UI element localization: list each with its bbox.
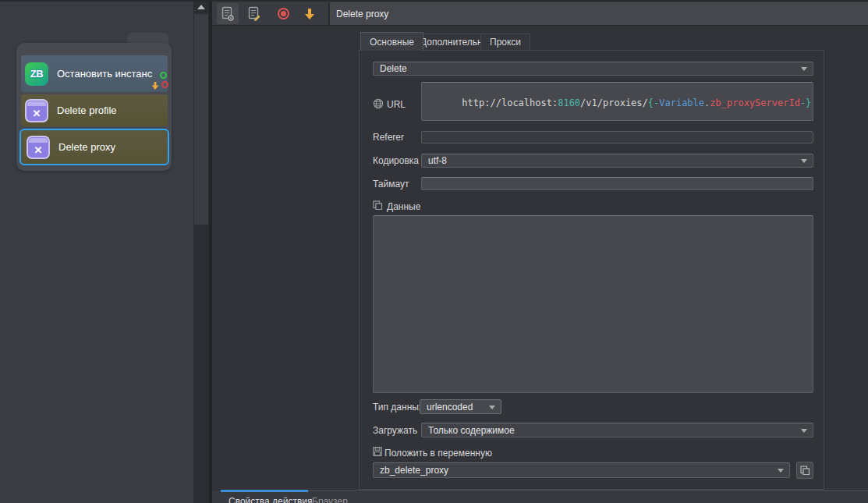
copy-variable-button[interactable] <box>796 462 813 479</box>
block-label: Delete profile <box>57 104 117 116</box>
url-input[interactable]: http://localhost:8160/v1/proxies/{-Varia… <box>421 82 813 121</box>
data-type-label: Тип данных <box>373 402 423 413</box>
referer-input[interactable] <box>421 131 813 143</box>
action-block-delete-proxy[interactable]: ✕ Delete proxy <box>19 129 169 165</box>
scroll-up-button[interactable] <box>193 2 209 12</box>
record-icon <box>278 8 289 19</box>
action-properties-button[interactable] <box>217 3 239 24</box>
document-gear-icon <box>221 6 235 22</box>
bottom-separator <box>308 490 868 491</box>
tab-proksi[interactable]: Прокси <box>480 34 530 50</box>
data-type-dropdown[interactable]: urlencoded <box>420 399 501 414</box>
encoding-dropdown[interactable]: utf-8 <box>421 154 813 168</box>
globe-icon <box>373 98 384 109</box>
action-block-stop-instance[interactable]: ZB Остановить инстанс <box>21 55 168 92</box>
run-step-button[interactable] <box>299 3 321 24</box>
canvas-scrollbar[interactable] <box>193 2 209 503</box>
timeout-input[interactable]: 30 <box>421 177 813 190</box>
block-label: Delete proxy <box>58 141 115 153</box>
load-mode-dropdown[interactable]: Только содержимое <box>421 423 813 437</box>
action-canvas[interactable]: ZB Остановить инстанс ✕ Delete profile ✕… <box>0 2 209 503</box>
action-title-input[interactable]: Delete proxy <box>328 2 868 25</box>
encoding-label: Кодировка <box>373 155 419 166</box>
load-mode-label: Загружать <box>373 425 417 436</box>
http-method-dropdown[interactable]: Delete <box>373 62 813 76</box>
bottom-tab-action-properties[interactable]: Свойства действия <box>229 496 312 503</box>
record-button[interactable] <box>272 3 294 24</box>
bottom-tab-browser[interactable]: Браузер <box>312 496 348 503</box>
active-tab-underline <box>221 490 308 492</box>
app-window: ZB Остановить инстанс ✕ Delete profile ✕… <box>0 0 868 503</box>
zb-logo-icon: ZB <box>25 62 48 86</box>
next-arrow-icon[interactable] <box>151 80 160 94</box>
edit-action-button[interactable] <box>243 3 265 24</box>
put-variable-label: Положить в переменную <box>384 448 492 459</box>
timeout-label: Таймаут <box>373 179 409 190</box>
save-floppy-icon <box>373 447 382 456</box>
window-x-icon: ✕ <box>27 136 50 159</box>
document-pencil-icon <box>247 6 261 22</box>
tab-osnovnye[interactable]: Основные <box>360 32 423 51</box>
variable-dropdown[interactable]: zb_delete_proxy <box>373 462 790 478</box>
down-arrow-icon <box>303 8 316 20</box>
referer-label: Referer <box>373 132 404 143</box>
fail-port-icon[interactable] <box>161 81 168 88</box>
properties-panel: Delete proxy Основные Дополнительно Прок… <box>212 2 868 503</box>
window-x-icon: ✕ <box>25 99 48 122</box>
action-block-delete-profile[interactable]: ✕ Delete profile <box>21 94 168 126</box>
scrollbar-thumb[interactable] <box>194 14 208 225</box>
url-label: URL <box>387 99 406 110</box>
block-label: Остановить инстанс <box>57 68 152 80</box>
copy-pages-icon <box>800 466 810 476</box>
action-group[interactable]: ZB Остановить инстанс ✕ Delete profile ✕… <box>16 43 172 171</box>
data-pages-icon <box>373 200 383 211</box>
data-textarea[interactable] <box>373 215 813 393</box>
data-label: Данные <box>387 201 420 212</box>
success-port-icon[interactable] <box>160 72 167 79</box>
properties-toolbar: Delete proxy <box>212 2 868 26</box>
